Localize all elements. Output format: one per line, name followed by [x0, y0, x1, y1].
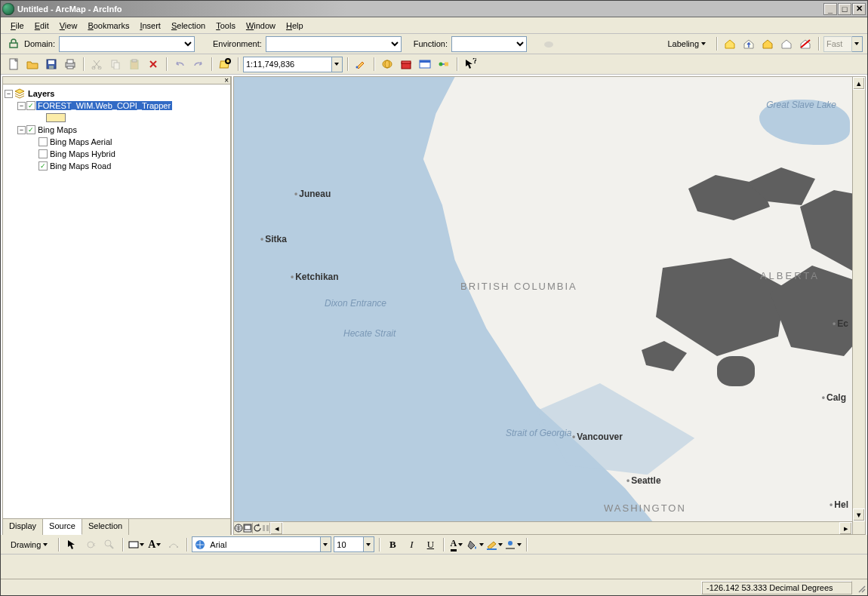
italic-icon[interactable]: I — [403, 536, 420, 553]
scroll-right-icon[interactable]: ▸ — [839, 522, 852, 535]
rotate-icon — [82, 536, 99, 553]
home-blue-arrow-icon[interactable] — [740, 35, 757, 52]
tab-selection[interactable]: Selection — [82, 519, 129, 535]
scroll-up-icon[interactable]: ▴ — [853, 77, 865, 90]
refresh-icon[interactable] — [253, 524, 262, 533]
layer-forest-label[interactable]: FOREST_WIM.Web_COPI_Trapper — [36, 101, 172, 110]
data-overlay — [574, 145, 866, 432]
svg-point-34 — [105, 540, 111, 546]
arc-catalog-icon[interactable] — [379, 56, 396, 72]
tab-display[interactable]: Display — [3, 519, 43, 535]
toc-close-icon[interactable]: × — [224, 78, 229, 84]
menu-bookmarks[interactable]: Bookmarks — [82, 20, 134, 32]
layer-bing-hybrid-label[interactable]: Bing Maps Hybrid — [48, 149, 117, 158]
collapse-icon[interactable]: − — [17, 102, 26, 110]
print-icon[interactable] — [62, 56, 78, 72]
environment-select[interactable] — [266, 36, 402, 52]
arc-toolbox-icon[interactable] — [398, 56, 414, 72]
domain-select[interactable] — [59, 36, 195, 52]
maximize-button[interactable]: □ — [838, 3, 851, 15]
window-title: Untitled - ArcMap - ArcInfo — [17, 5, 823, 14]
text-tool-icon[interactable]: A — [146, 536, 163, 553]
layer-tree[interactable]: − Layers − ✓ FOREST_WIM.Web_COPI_Trapper… — [3, 84, 230, 518]
open-icon[interactable] — [24, 56, 41, 72]
menu-tools[interactable]: Tools — [211, 20, 241, 32]
layer-bing-label[interactable]: Bing Maps — [36, 125, 78, 134]
label-alberta: ALBERTA — [760, 270, 820, 281]
resize-grip-icon[interactable] — [854, 581, 867, 594]
map-canvas[interactable]: Great Slave Lake Juneau Sitka Ketchikan … — [233, 76, 866, 535]
map-horizontal-scrollbar[interactable]: ◂ ▸ — [234, 521, 852, 534]
layout-view-icon[interactable] — [243, 524, 252, 533]
select-elements-icon[interactable] — [63, 536, 80, 553]
save-icon[interactable] — [43, 56, 60, 72]
layer-checkbox[interactable]: ✓ — [26, 125, 35, 134]
close-button[interactable]: ✕ — [852, 3, 866, 15]
layers-root-label[interactable]: Layers — [26, 89, 56, 98]
lock-icon[interactable] — [5, 35, 22, 52]
cut-icon — [88, 56, 105, 72]
tab-source[interactable]: Source — [43, 519, 82, 535]
layer-bing-road-label[interactable]: Bing Maps Road — [48, 161, 112, 171]
drawing-button[interactable]: Drawing — [5, 536, 54, 553]
layer-checkbox[interactable]: ✓ — [38, 161, 48, 171]
model-builder-icon[interactable] — [436, 56, 452, 72]
zoom-drawing-icon — [101, 536, 118, 553]
underline-icon[interactable]: U — [422, 536, 439, 553]
function-select[interactable] — [451, 36, 527, 52]
scroll-left-icon[interactable]: ◂ — [270, 522, 283, 535]
new-document-icon[interactable] — [5, 56, 22, 72]
menu-window[interactable]: Window — [241, 20, 281, 32]
svg-point-33 — [88, 542, 94, 548]
fast-combo[interactable] — [823, 36, 863, 52]
menu-bar: File Edit View Bookmarks Insert Selectio… — [1, 17, 867, 34]
label-juneau: Juneau — [294, 189, 331, 199]
collapse-icon[interactable]: − — [5, 90, 13, 98]
menu-help[interactable]: Help — [281, 20, 309, 32]
home-plain-icon[interactable] — [778, 35, 795, 52]
data-view-icon[interactable] — [234, 524, 243, 533]
home-gold-icon[interactable] — [759, 35, 776, 52]
minimize-button[interactable]: _ — [823, 3, 837, 15]
delete-icon[interactable] — [145, 56, 162, 72]
editor-toolbar-icon[interactable] — [352, 56, 369, 72]
bold-icon[interactable]: B — [384, 536, 401, 553]
pause-icon — [262, 524, 269, 532]
rectangle-tool-icon[interactable] — [128, 536, 144, 553]
font-color-icon[interactable]: A — [448, 536, 465, 553]
status-coordinates: -126.142 53.333 Decimal Degrees — [701, 581, 852, 594]
line-color-icon[interactable] — [486, 536, 503, 553]
add-data-icon[interactable] — [217, 56, 233, 72]
scale-combo[interactable] — [243, 57, 343, 72]
redo-icon — [190, 56, 207, 72]
fill-color-icon[interactable] — [467, 536, 484, 553]
layer-checkbox[interactable] — [38, 149, 48, 158]
collapse-icon[interactable]: − — [17, 126, 26, 134]
menu-insert[interactable]: Insert — [134, 20, 166, 32]
svg-rect-4 — [48, 60, 54, 64]
menu-selection[interactable]: Selection — [166, 20, 211, 32]
marker-color-icon[interactable] — [505, 536, 522, 553]
home-red-icon[interactable] — [797, 35, 814, 52]
map-wrapper: Great Slave Lake Juneau Sitka Ketchikan … — [232, 75, 867, 535]
menu-edit[interactable]: Edit — [29, 20, 54, 32]
paste-icon — [126, 56, 143, 72]
scroll-down-icon[interactable]: ▾ — [853, 508, 865, 521]
menu-view[interactable]: View — [54, 20, 83, 32]
whats-this-icon[interactable]: ? — [462, 56, 479, 72]
command-line-icon[interactable] — [417, 56, 433, 72]
menu-file[interactable]: File — [5, 20, 29, 32]
layer-bing-aerial-label[interactable]: Bing Maps Aerial — [48, 137, 114, 146]
layer-checkbox[interactable]: ✓ — [26, 101, 35, 110]
labeling-button[interactable]: Labeling — [662, 35, 712, 52]
home-yellow-icon[interactable] — [722, 35, 738, 52]
svg-point-17 — [356, 66, 359, 69]
layer-checkbox[interactable] — [38, 137, 48, 146]
layer-symbol-swatch[interactable] — [46, 113, 66, 122]
font-name-combo[interactable] — [192, 536, 331, 552]
svg-rect-23 — [420, 60, 430, 63]
svg-rect-38 — [177, 546, 178, 548]
edit-vertices-icon — [165, 536, 182, 553]
font-size-combo[interactable] — [334, 536, 374, 552]
map-vertical-scrollbar[interactable]: ▴ ▾ — [852, 77, 865, 534]
